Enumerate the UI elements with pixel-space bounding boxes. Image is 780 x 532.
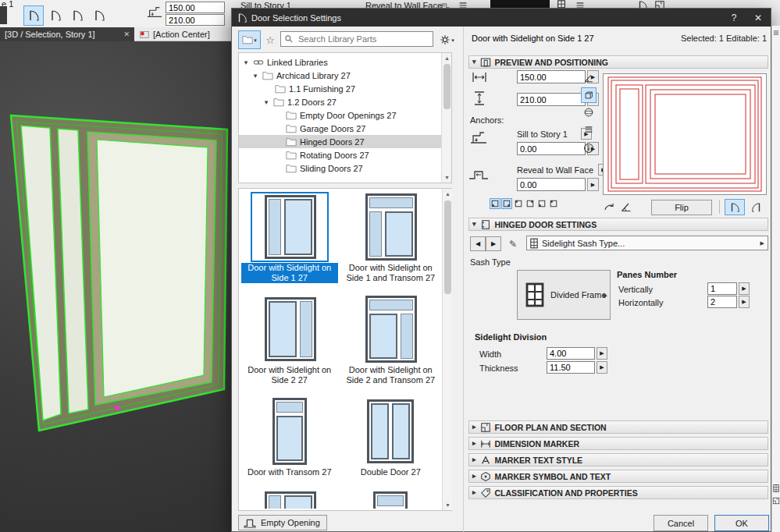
- dialog-titlebar[interactable]: Door Selection Settings ? ✕: [232, 9, 771, 27]
- preview-mode-3d-button[interactable]: [581, 87, 597, 103]
- sidelight-thickness-input[interactable]: [547, 361, 595, 374]
- preview-mode-photo-button[interactable]: [581, 105, 597, 120]
- scrollbar-thumb[interactable]: [443, 64, 451, 109]
- app-window: e 1 Sill to Story 1 Reveal to Wall Face …: [0, 0, 780, 532]
- opening-angle-icon[interactable]: [620, 200, 632, 213]
- flyout-icon: ▶: [604, 293, 607, 298]
- library-item-partial[interactable]: [340, 490, 442, 509]
- cancel-button[interactable]: Cancel: [654, 515, 708, 531]
- ok-button[interactable]: OK: [714, 515, 769, 531]
- tab-action-center[interactable]: [Action Center]: [134, 27, 231, 41]
- section-classification[interactable]: ▸ CLASSIFICATION AND PROPERTIES: [468, 486, 768, 499]
- door-tool-button-3[interactable]: [67, 5, 87, 26]
- anchor-toggle-5[interactable]: [536, 198, 547, 209]
- section-hinged-door-settings[interactable]: ▾ HINGED DOOR SETTINGS: [468, 218, 768, 231]
- tree-item-label: 1.2 Doors 27: [287, 98, 337, 107]
- anchor-toggle-1[interactable]: [490, 198, 500, 209]
- preview-mode-elevation-button[interactable]: [581, 70, 597, 86]
- door-tool-button-1[interactable]: [23, 5, 44, 26]
- scroll-up-icon[interactable]: ▲: [442, 53, 452, 63]
- sidelight-thickness-flyout[interactable]: ▶: [597, 361, 607, 374]
- tree-scrollbar[interactable]: ▲ ▼: [441, 53, 451, 183]
- library-item[interactable]: Door with Sidelight on Side 1 27: [239, 193, 340, 283]
- reveal-flyout-button[interactable]: ▶: [587, 178, 599, 191]
- flip-button[interactable]: Flip: [651, 200, 712, 215]
- search-input[interactable]: [297, 34, 429, 44]
- library-item[interactable]: Door with Transom 27: [239, 398, 340, 477]
- horizontally-input[interactable]: [707, 296, 737, 308]
- tree-item-archicad-library[interactable]: ▾ Archicad Library 27: [239, 69, 451, 82]
- tree-item-hinged-doors[interactable]: Hinged Doors 27: [239, 135, 451, 148]
- viewport-3d[interactable]: [0, 41, 231, 532]
- pivot-angle-icon[interactable]: [603, 200, 615, 213]
- tab-3d-selection[interactable]: [3D / Selection, Story 1] ✕: [0, 27, 134, 41]
- library-item[interactable]: Door with Sidelight on Side 2 27: [239, 296, 340, 385]
- anchor-toggle-2[interactable]: [501, 198, 512, 209]
- tree-item-garage-doors[interactable]: Garage Doors 27: [239, 122, 451, 135]
- scroll-down-icon[interactable]: ▼: [443, 500, 453, 510]
- scrollbar-thumb[interactable]: [444, 200, 451, 294]
- scroll-down-icon[interactable]: ▼: [442, 172, 452, 183]
- library-item[interactable]: Door with Sidelight on Side 2 and Transo…: [340, 296, 442, 385]
- library-settings-button[interactable]: ▾: [436, 30, 458, 49]
- section-floor-plan[interactable]: ▸ FLOOR PLAN AND SECTION: [468, 420, 768, 434]
- edge-tool-icon[interactable]: [772, 484, 780, 492]
- sidelight-width-input[interactable]: [547, 347, 595, 360]
- vertically-flyout[interactable]: ▶: [739, 282, 750, 295]
- reveal-anchor-label[interactable]: Reveal to Wall Face: [517, 165, 593, 175]
- toolbar-width-input[interactable]: [166, 2, 225, 13]
- items-scrollbar[interactable]: ▲ ▼: [442, 189, 452, 510]
- door-width-input[interactable]: [517, 70, 586, 83]
- library-item-partial[interactable]: [239, 490, 340, 509]
- chevron-down-icon[interactable]: ▾: [251, 72, 259, 80]
- anchor-toggle-3[interactable]: [513, 198, 524, 209]
- preview-mode-notes-button[interactable]: [581, 122, 597, 137]
- library-item[interactable]: Door with Sidelight on Side 1 and Transo…: [340, 193, 442, 283]
- empty-opening-button[interactable]: Empty Opening: [238, 515, 327, 530]
- chevron-down-icon[interactable]: ▾: [262, 98, 270, 106]
- next-page-button[interactable]: ▶: [486, 236, 501, 251]
- sill-anchor-label[interactable]: Sill to Story 1: [517, 129, 568, 139]
- anchor-toggle-4[interactable]: [525, 198, 536, 209]
- edit-list-button[interactable]: ✎: [504, 236, 522, 251]
- library-item[interactable]: Double Door 27: [340, 398, 442, 477]
- sidelight-width-flyout[interactable]: ▶: [597, 347, 607, 360]
- chevron-down-icon[interactable]: ▾: [242, 59, 250, 66]
- tree-item-sliding-doors[interactable]: Sliding Doors 27: [239, 161, 451, 175]
- edge-tool-icon[interactable]: [772, 497, 780, 505]
- prev-page-button[interactable]: ◀: [470, 236, 486, 251]
- section-marker-text-style[interactable]: ▸ MARKER TEXT STYLE: [468, 453, 768, 466]
- dialog-help-button[interactable]: ?: [722, 9, 746, 27]
- tree-item-linked-libraries[interactable]: ▾ Linked Libraries: [239, 55, 451, 69]
- reveal-value-input[interactable]: [517, 178, 586, 191]
- scroll-up-icon[interactable]: ▲: [443, 189, 453, 199]
- section-preview-positioning[interactable]: ▾ PREVIEW AND POSITIONING: [468, 55, 768, 69]
- dialog-close-button[interactable]: ✕: [746, 9, 771, 27]
- door-height-input[interactable]: [517, 93, 586, 106]
- door-orientation-left-button[interactable]: [725, 199, 745, 215]
- tree-item-furnishing[interactable]: 1.1 Furnishing 27: [239, 82, 451, 95]
- sill-value-input[interactable]: [517, 142, 586, 155]
- door-tool-button-4[interactable]: [89, 5, 109, 26]
- sash-type-dropdown[interactable]: Sidelight Sash Type... ▶: [526, 236, 768, 250]
- door-orientation-right-button[interactable]: [746, 199, 767, 215]
- tree-item-empty-door-openings[interactable]: Empty Door Openings 27: [239, 108, 451, 122]
- selected-door-object[interactable]: [0, 41, 231, 532]
- preview-info-button[interactable]: [581, 140, 597, 156]
- tree-item-doors[interactable]: ▾ 1.2 Doors 27: [239, 95, 451, 108]
- sash-grid-icon: [530, 238, 538, 249]
- folder-view-button[interactable]: ▾: [238, 30, 261, 49]
- horizontally-flyout[interactable]: ▶: [739, 296, 750, 308]
- divided-frame-button[interactable]: Divided Frame ▶: [517, 270, 611, 320]
- vertically-input[interactable]: [707, 282, 737, 295]
- edge-tool-icon[interactable]: [772, 29, 780, 37]
- tree-item-rotating-doors[interactable]: Rotating Doors 27: [239, 148, 451, 161]
- anchor-toggle-6[interactable]: [548, 198, 559, 209]
- section-marker-symbol[interactable]: ▸ MARKER SYMBOL AND TEXT: [468, 470, 768, 483]
- tab-close-icon[interactable]: ✕: [123, 30, 130, 38]
- toolbar-height-input[interactable]: [166, 14, 225, 26]
- dialog-door-icon: [237, 12, 248, 23]
- section-dimension-marker[interactable]: ▸ DIMENSION MARKER: [468, 437, 768, 450]
- door-tool-button-2[interactable]: [45, 5, 66, 26]
- favorites-button[interactable]: ☆: [262, 30, 279, 49]
